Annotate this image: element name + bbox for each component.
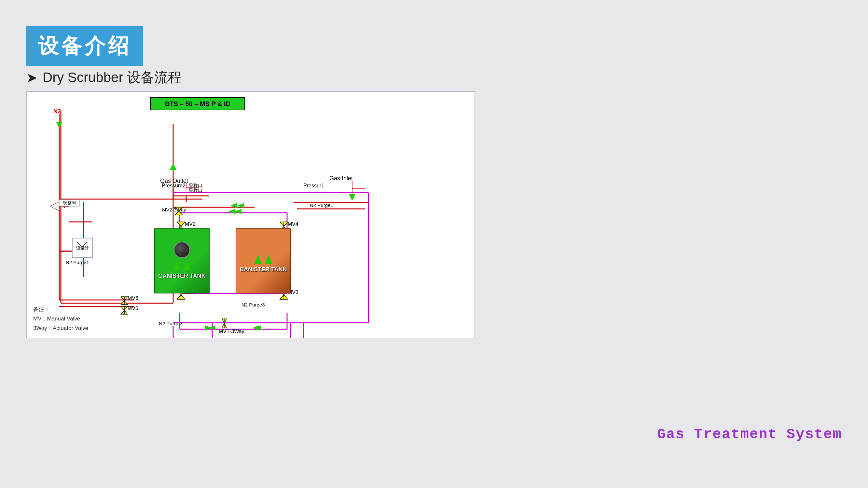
svg-text:MV5: MV5 <box>128 305 138 311</box>
svg-marker-40 <box>235 209 242 214</box>
canister-arrows-2 <box>254 255 272 264</box>
remarks-label: 备注： <box>33 305 88 314</box>
svg-text:N2 Purge2: N2 Purge2 <box>159 321 182 326</box>
svg-text:N2 Purge1: N2 Purge1 <box>66 260 89 265</box>
svg-marker-116 <box>265 255 272 264</box>
page: 设备介绍 ➤ Dry Scrubber 设备流程 GTS – 50 – MS P… <box>0 0 868 488</box>
subtitle: ➤ Dry Scrubber 设备流程 <box>26 68 182 87</box>
svg-text:采样口: 采样口 <box>189 183 203 188</box>
svg-text:调整阀: 调整阀 <box>63 200 76 205</box>
svg-marker-111 <box>205 325 212 330</box>
canister-label-1: CANISTER TANK <box>158 272 206 280</box>
svg-text:MV2: MV2 <box>185 221 195 227</box>
svg-marker-113 <box>173 261 180 270</box>
canister-arrows-1 <box>173 261 191 270</box>
diagram-container: GTS – 50 – MS P & ID <box>26 91 475 338</box>
subtitle-arrow: ➤ <box>26 70 37 86</box>
note-line2: 3Way：Actuator Valve <box>33 324 88 333</box>
svg-text:MV2-3Way: MV2-3Way <box>162 207 186 213</box>
canister-label-2: CANISTER TANK <box>240 266 287 273</box>
svg-text:MV6: MV6 <box>128 295 138 301</box>
svg-marker-41 <box>228 209 235 214</box>
title-box: 设备介绍 <box>26 26 143 66</box>
svg-marker-115 <box>254 255 262 264</box>
svg-text:MV4: MV4 <box>288 221 299 227</box>
svg-marker-77 <box>50 202 59 211</box>
gas-treatment-label: Gas Treatment System <box>657 426 842 443</box>
svg-text:N2 Purge1: N2 Purge1 <box>310 202 333 208</box>
subtitle-text: Dry Scrubber 设备流程 <box>43 68 182 87</box>
svg-text:GTS – 50 – MS  P & ID: GTS – 50 – MS P & ID <box>165 100 230 107</box>
canister-tank-2: CANISTER TANK <box>236 228 291 293</box>
remarks-text: 备注： <box>33 306 50 312</box>
svg-text:N2: N2 <box>53 108 61 115</box>
svg-marker-96 <box>170 163 177 170</box>
diagram-svg: GTS – 50 – MS P & ID <box>27 92 474 338</box>
canister-tank-1: CANISTER TANK <box>154 228 210 293</box>
title-text: 设备介绍 <box>38 34 131 58</box>
svg-text:流量計: 流量計 <box>76 246 89 251</box>
svg-text:Gas Outlet: Gas Outlet <box>160 177 188 184</box>
svg-text:Gas Inlet: Gas Inlet <box>329 175 353 182</box>
canister-circle-1 <box>174 242 190 258</box>
svg-marker-99 <box>349 194 355 201</box>
svg-marker-102 <box>56 122 62 128</box>
svg-marker-114 <box>184 261 191 270</box>
svg-text:N2 Purge3: N2 Purge3 <box>242 302 265 307</box>
notes: 备注： MV：Manual Valve 3Way：Actuator Valve <box>33 305 88 333</box>
svg-marker-112 <box>253 325 259 330</box>
svg-text:Pressur1: Pressur1 <box>303 183 324 188</box>
note-line1: MV：Manual Valve <box>33 314 88 324</box>
svg-text:采样口: 采样口 <box>189 188 203 193</box>
svg-text:MV1-3Way: MV1-3Way <box>219 329 244 334</box>
